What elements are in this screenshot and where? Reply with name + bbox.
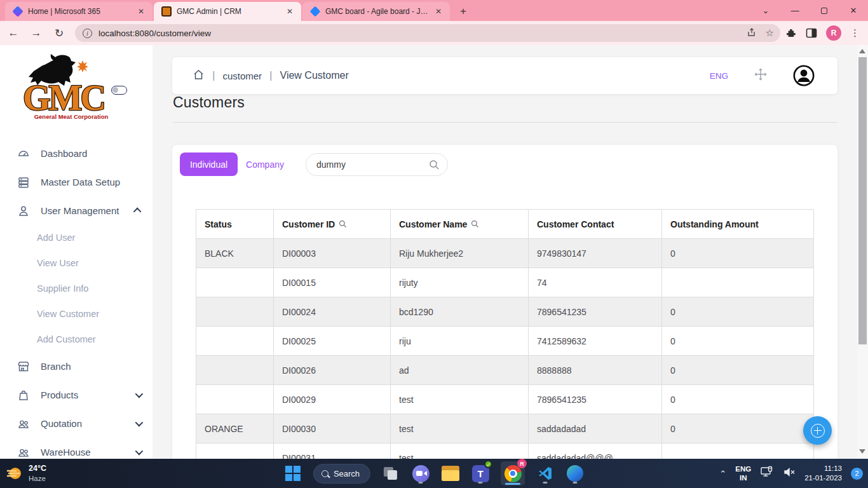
scroll-up-icon[interactable] <box>859 49 865 53</box>
cell-outstanding: 0 <box>662 414 814 444</box>
chat-app-button[interactable] <box>411 463 430 484</box>
sidebar-item-label: User Management <box>41 205 135 216</box>
chrome-button[interactable]: R <box>501 461 525 485</box>
teams-button[interactable]: T ✓ <box>471 463 490 484</box>
url-text[interactable]: localhost:8080/customer/view <box>98 29 738 38</box>
edge-button[interactable] <box>566 463 585 484</box>
customer-search-input[interactable] <box>316 159 429 170</box>
extensions-puzzle-icon[interactable] <box>785 27 797 39</box>
scroll-down-icon[interactable] <box>859 449 865 454</box>
volume-muted-icon[interactable] <box>783 466 796 480</box>
column-search-icon[interactable] <box>471 220 479 228</box>
window-maximize-button[interactable] <box>810 0 839 21</box>
search-icon[interactable] <box>429 159 440 170</box>
sidebar-item-add-customer[interactable]: Add Customer <box>0 327 153 352</box>
cell-contact: saddadadad <box>529 414 662 444</box>
sidebar-item-add-user[interactable]: Add User <box>0 225 153 250</box>
cell-contact: 7412589632 <box>529 327 662 356</box>
breadcrumb-page[interactable]: View Customer <box>280 70 349 81</box>
weather-widget[interactable]: 24°C Haze <box>6 464 46 483</box>
sidebar-item-view-customer[interactable]: View Customer <box>0 301 153 327</box>
cell-outstanding: 0 <box>662 385 814 414</box>
sidebar-item-label: Branch <box>41 361 141 372</box>
task-view-button[interactable] <box>381 463 400 484</box>
sidebar-item-master-data-setup[interactable]: Master Data Setup <box>0 168 153 196</box>
share-icon[interactable] <box>747 27 757 39</box>
move-arrows-icon[interactable] <box>754 67 768 84</box>
table-header-row: Status Customer ID Customer Name Custome… <box>196 210 814 239</box>
start-button[interactable] <box>283 463 302 484</box>
browser-profile-avatar[interactable]: R <box>826 25 841 41</box>
individual-tab-button[interactable]: Individual <box>180 152 238 176</box>
table-row[interactable]: DI00024bcd129078965412350 <box>196 297 814 327</box>
taskbar-search[interactable]: Search <box>313 464 370 484</box>
divider <box>173 122 837 123</box>
network-icon[interactable] <box>760 466 774 481</box>
cell-status <box>196 385 274 414</box>
table-row[interactable]: DI00029test78965412350 <box>196 385 814 414</box>
browser-tab-m365[interactable]: Home | Microsoft 365 ✕ <box>5 2 153 21</box>
sidebar-item-products[interactable]: Products <box>0 381 153 409</box>
table-row[interactable]: DI00025riju74125896320 <box>196 327 814 356</box>
hidden-icons-chevron[interactable]: ⌃ <box>719 469 726 478</box>
col-customer-contact: Customer Contact <box>529 210 662 239</box>
table-row[interactable]: BLACKDI00003Riju Mukherjee297498301470 <box>196 239 814 268</box>
window-chevron-icon[interactable]: ⌄ <box>751 0 780 21</box>
browser-menu-icon[interactable]: ⋮ <box>850 27 860 39</box>
page-scrollbar[interactable] <box>857 45 868 459</box>
scrollbar-thumb[interactable] <box>858 57 867 344</box>
side-panel-icon[interactable] <box>806 27 817 39</box>
table-row[interactable]: DI00015rijuty74 <box>196 268 814 297</box>
language-indicator[interactable]: ENG IN <box>735 464 751 483</box>
file-explorer-button[interactable] <box>441 463 460 484</box>
sidebar-item-supplier-info[interactable]: Supplier Info <box>0 276 153 301</box>
address-bar[interactable]: i localhost:8080/customer/view ☆ <box>75 24 780 42</box>
browser-tab-jira[interactable]: GMC board - Agile board - Jira ✕ <box>302 2 450 21</box>
dashboard-icon <box>17 147 31 160</box>
table-row[interactable]: DI00031testsaddadadad@@@ <box>196 444 814 459</box>
browser-tab-gmc-admin[interactable]: GMC Admin | CRM ✕ <box>154 2 301 21</box>
table-row[interactable]: DI00026ad88888880 <box>196 356 814 385</box>
window-close-button[interactable]: ✕ <box>839 0 868 21</box>
window-minimize-button[interactable]: — <box>780 0 810 21</box>
user-avatar[interactable] <box>793 65 815 86</box>
sidebar-item-branch[interactable]: Branch <box>0 352 153 381</box>
language-selector[interactable]: ENG <box>710 71 728 81</box>
cell-id: DI00024 <box>274 297 391 327</box>
running-indicator <box>419 482 423 484</box>
clock-widget[interactable]: 11:13 21-01-2023 <box>804 464 842 483</box>
company-tab-button[interactable]: Company <box>236 152 294 176</box>
breadcrumb-section[interactable]: customer <box>222 71 262 81</box>
close-tab-icon[interactable]: ✕ <box>285 6 295 17</box>
add-customer-fab-button[interactable] <box>803 416 832 445</box>
notification-badge[interactable]: 2 <box>851 468 863 480</box>
back-icon[interactable]: ← <box>4 24 23 43</box>
cell-contact: 7896541235 <box>529 297 662 327</box>
bookmark-star-icon[interactable]: ☆ <box>766 27 774 39</box>
sidebar-item-warehouse[interactable]: WareHouse <box>0 438 153 459</box>
home-icon[interactable] <box>193 69 205 83</box>
sidebar: GMC General Meat Corporation Dashboard M… <box>0 45 153 459</box>
reload-icon[interactable]: ↻ <box>50 24 69 43</box>
vscode-button[interactable] <box>536 463 555 484</box>
close-tab-icon[interactable]: ✕ <box>433 6 444 17</box>
gmc-logo-text: GMC <box>23 78 104 118</box>
cell-name: bcd1290 <box>391 297 529 327</box>
toolbar-actions: R ⋮ <box>785 25 860 41</box>
sidebar-collapse-toggle[interactable] <box>111 86 127 95</box>
close-tab-icon[interactable]: ✕ <box>136 6 146 17</box>
windows-taskbar: 24°C Haze Search T ✓ R <box>0 459 868 488</box>
sidebar-item-dashboard[interactable]: Dashboard <box>0 139 153 168</box>
forward-icon[interactable]: → <box>27 24 46 43</box>
gmc-logo: GMC General Meat Corporation <box>8 54 141 130</box>
new-tab-button[interactable]: + <box>455 3 471 20</box>
column-search-icon[interactable] <box>339 220 347 228</box>
sidebar-item-user-management[interactable]: User Management <box>0 196 153 225</box>
cell-name: Riju Mukherjee2 <box>391 239 529 268</box>
table-row[interactable]: ORANGEDI00030testsaddadadad0 <box>196 414 814 444</box>
sidebar-item-view-user[interactable]: View User <box>0 250 153 276</box>
cell-id: DI00029 <box>274 385 391 414</box>
site-info-icon[interactable]: i <box>83 29 92 38</box>
browser-toolbar: ← → ↻ i localhost:8080/customer/view ☆ R… <box>0 21 868 45</box>
sidebar-item-quotation[interactable]: Quotation <box>0 409 153 438</box>
